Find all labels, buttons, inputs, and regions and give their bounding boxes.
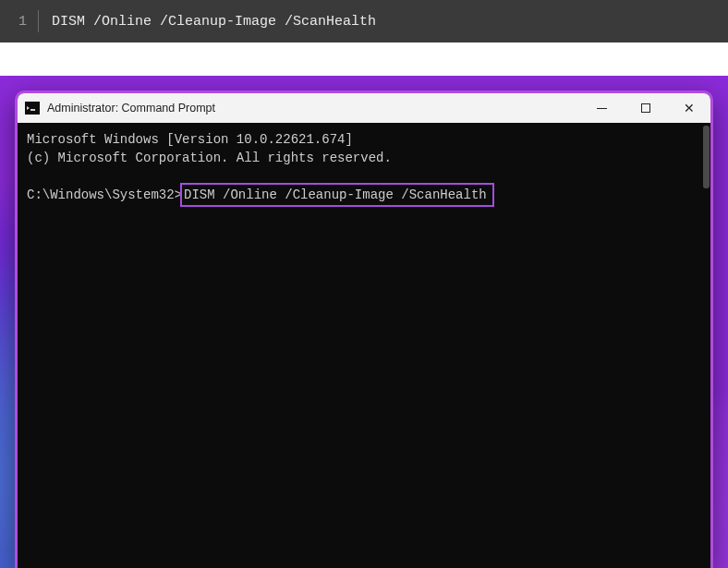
window-title: Administrator: Command Prompt bbox=[47, 102, 215, 115]
window-controls: ✕ bbox=[580, 93, 710, 123]
close-button[interactable]: ✕ bbox=[667, 93, 710, 123]
cmd-typed-command-highlighted: DISM /Online /Cleanup-Image /ScanHealth bbox=[180, 183, 494, 207]
scrollbar-thumb[interactable] bbox=[703, 126, 710, 188]
maximize-button[interactable] bbox=[624, 93, 667, 123]
command-prompt-body[interactable]: Microsoft Windows [Version 10.0.22621.67… bbox=[18, 123, 710, 568]
spacer bbox=[0, 42, 728, 76]
maximize-icon bbox=[641, 103, 650, 113]
cmd-prompt-row: C:\Windows\System32>DISM /Online /Cleanu… bbox=[27, 183, 701, 207]
minimize-icon bbox=[597, 108, 607, 109]
minimize-button[interactable] bbox=[580, 93, 624, 123]
command-prompt-window: Administrator: Command Prompt ✕ Microsof… bbox=[15, 91, 713, 568]
close-icon: ✕ bbox=[684, 102, 695, 115]
cmd-prompt-path: C:\Windows\System32> bbox=[27, 186, 182, 204]
cmd-icon bbox=[25, 102, 40, 115]
window-titlebar[interactable]: Administrator: Command Prompt ✕ bbox=[18, 93, 710, 123]
cmd-output-line-2: (c) Microsoft Corporation. All rights re… bbox=[27, 149, 701, 167]
line-number: 1 bbox=[18, 10, 39, 32]
code-snippet-text: DISM /Online /Cleanup-Image /ScanHealth bbox=[52, 14, 376, 30]
code-snippet-bar: 1 DISM /Online /Cleanup-Image /ScanHealt… bbox=[0, 0, 728, 42]
cmd-output-line-1: Microsoft Windows [Version 10.0.22621.67… bbox=[27, 130, 701, 149]
screenshot-frame: Administrator: Command Prompt ✕ Microsof… bbox=[0, 76, 728, 568]
